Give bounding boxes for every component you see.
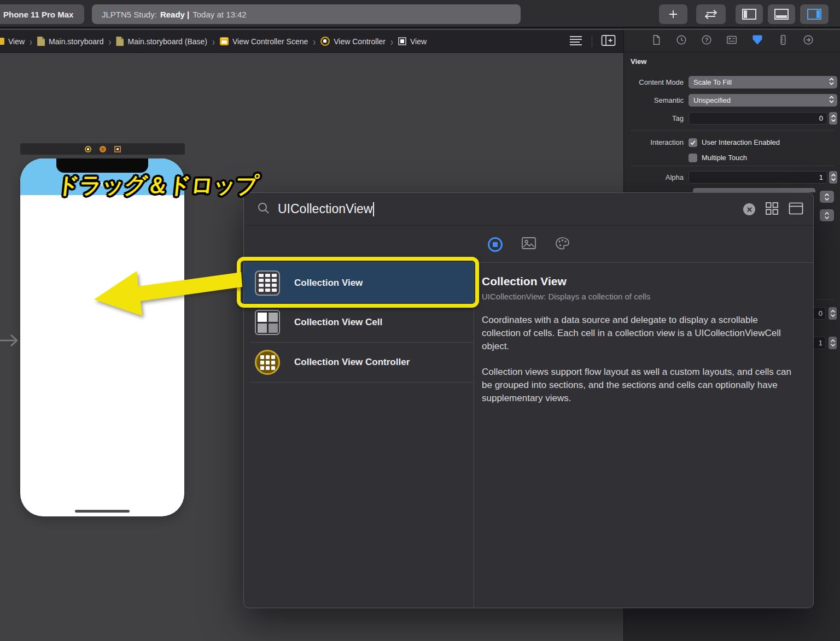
- occluded-field-fragment[interactable]: 0: [813, 307, 826, 320]
- divider: [592, 36, 592, 47]
- library-item-detail: Collection View UICollectionView: Displa…: [482, 275, 798, 405]
- jump-bar: View › Main.storyboard › Main.storyboard…: [0, 30, 623, 53]
- swap-arrows-icon: [703, 8, 719, 21]
- annotation-text: ドラッグ＆ドロップ: [55, 170, 259, 201]
- library-item-collection-view-cell[interactable]: Collection View Cell: [244, 303, 474, 342]
- view-controller-icon[interactable]: [85, 146, 91, 152]
- code-review-button[interactable]: [696, 4, 726, 24]
- breadcrumb-view[interactable]: View: [398, 37, 427, 46]
- collection-view-controller-icon: [255, 350, 280, 375]
- detail-subtitle: UICollectionView: Displays a collection …: [482, 292, 798, 301]
- occluded-stepper[interactable]: [829, 307, 837, 320]
- divider: [815, 299, 834, 300]
- occluded-dropdown-stepper[interactable]: [820, 209, 834, 221]
- breadcrumb-main-storyboard[interactable]: Main.storyboard: [37, 37, 103, 46]
- breadcrumb-view-cut[interactable]: View: [0, 37, 25, 46]
- occluded-dropdown-stepper[interactable]: [820, 191, 834, 203]
- content-mode-row: Content Mode Scale To Fill: [627, 76, 837, 89]
- detail-view-button[interactable]: [789, 202, 803, 217]
- tag-field[interactable]: 0: [689, 112, 827, 125]
- library-item-collection-view-controller[interactable]: Collection View Controller: [244, 343, 474, 382]
- view-icon: [398, 37, 406, 45]
- library-button[interactable]: [659, 4, 687, 24]
- device-preview[interactable]: Test: [20, 158, 184, 516]
- attributes-inspector-tab[interactable]: [751, 33, 764, 49]
- divider: [631, 166, 834, 166]
- multiple-touch-checkbox[interactable]: [689, 154, 697, 162]
- color-filter-icon[interactable]: [555, 237, 570, 252]
- occluded-dropdown-fragment: [693, 188, 815, 192]
- detail-title: Collection View: [482, 275, 798, 288]
- semantic-row: Semantic Unspecified: [627, 94, 837, 107]
- identity-inspector-tab[interactable]: [726, 34, 738, 48]
- breadcrumb-view-controller[interactable]: View Controller: [320, 37, 386, 46]
- add-editor-button[interactable]: [601, 34, 616, 49]
- breadcrumb-main-storyboard-base[interactable]: Main.storyboard (Base): [116, 37, 207, 46]
- breadcrumb-view-controller-scene[interactable]: View Controller Scene: [220, 37, 308, 46]
- connections-inspector-tab[interactable]: [802, 34, 814, 48]
- inspector-section-title: View: [631, 57, 646, 66]
- toggle-inspectors-button[interactable]: [800, 4, 829, 24]
- media-filter-icon[interactable]: [521, 237, 536, 252]
- xcode-window: Phone 11 Pro Max JLPTN5 Study: Ready | T…: [0, 0, 840, 641]
- interaction-row-2: Multiple Touch: [627, 151, 837, 164]
- occluded-stepper[interactable]: [829, 337, 837, 349]
- status-state: Ready |: [160, 10, 189, 19]
- breadcrumb-separator: ›: [108, 35, 111, 48]
- view-controller-icon: [320, 37, 330, 46]
- toggle-navigator-button[interactable]: [736, 4, 763, 24]
- file-inspector-tab[interactable]: [650, 34, 662, 48]
- highlight-box: [237, 257, 479, 308]
- semantic-dropdown[interactable]: Unspecified: [689, 94, 837, 107]
- divider: [631, 130, 834, 131]
- quick-help-inspector-tab[interactable]: ?: [701, 34, 713, 48]
- content-mode-dropdown[interactable]: Scale To Fill: [689, 76, 837, 89]
- tag-stepper[interactable]: [829, 112, 837, 125]
- history-inspector-tab[interactable]: [675, 34, 687, 48]
- storyboard-file-icon: [116, 37, 124, 46]
- user-interaction-checkbox[interactable]: [689, 138, 697, 147]
- exit-icon[interactable]: [114, 146, 121, 152]
- svg-text:?: ?: [705, 37, 708, 43]
- breadcrumb-separator: ›: [390, 35, 393, 48]
- interaction-row-1: Interaction User Interaction Enabled: [627, 136, 837, 149]
- scene-icon: [220, 37, 229, 45]
- document-outline-button[interactable]: [569, 35, 583, 48]
- breadcrumb-separator: ›: [212, 35, 215, 48]
- plus-icon: [668, 9, 679, 20]
- status-time: Today at 13:42: [192, 10, 246, 19]
- panel-bottom-icon: [774, 8, 789, 20]
- scene-dock: [20, 143, 185, 155]
- search-input[interactable]: UICollectionView: [278, 202, 372, 216]
- toggle-debug-area-button[interactable]: [768, 4, 795, 24]
- alpha-field[interactable]: 1: [689, 171, 827, 184]
- library-search-bar[interactable]: UICollectionView: [244, 193, 813, 226]
- initial-view-controller-arrow-icon: [0, 330, 23, 351]
- chevron-updown-icon: [828, 77, 835, 87]
- alpha-stepper[interactable]: [829, 171, 837, 184]
- view-icon: [0, 38, 4, 45]
- toolbar: Phone 11 Pro Max JLPTN5 Study: Ready | T…: [0, 0, 840, 28]
- collection-view-cell-icon: [255, 310, 280, 335]
- divider: [474, 263, 474, 608]
- object-library-popup: UICollectionView: [243, 192, 814, 608]
- chevron-updown-icon: [828, 95, 835, 105]
- activity-status-bar: JLPTN5 Study: Ready | Today at 13:42: [92, 4, 521, 24]
- breadcrumb-separator: ›: [30, 35, 32, 48]
- divider: [249, 382, 474, 383]
- first-responder-icon[interactable]: [100, 146, 106, 152]
- size-inspector-tab[interactable]: [777, 34, 789, 48]
- run-destination-selector[interactable]: Phone 11 Pro Max: [0, 4, 84, 24]
- storyboard-file-icon: [37, 37, 45, 46]
- text-cursor: [373, 202, 374, 216]
- occluded-field-fragment[interactable]: 1: [813, 337, 826, 349]
- detail-paragraph: Coordinates with a data source and deleg…: [482, 314, 798, 353]
- grid-view-button[interactable]: [765, 202, 779, 217]
- search-icon: [257, 202, 270, 217]
- clear-search-button[interactable]: [743, 203, 755, 215]
- views-filter-icon[interactable]: [488, 237, 503, 252]
- panel-right-icon: [807, 8, 822, 20]
- device-label: Phone 11 Pro Max: [3, 10, 73, 19]
- home-indicator: [75, 510, 130, 513]
- alpha-row: Alpha 1: [627, 171, 837, 184]
